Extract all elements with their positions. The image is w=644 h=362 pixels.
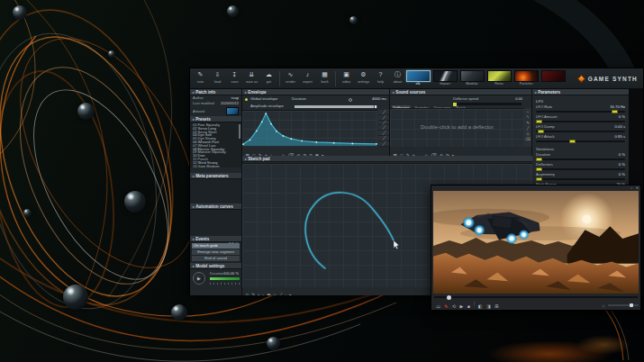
parameter-slider-handle[interactable] — [536, 158, 542, 161]
toolbar-get-button[interactable]: ☁get — [260, 69, 277, 88]
parameter-slider-handle[interactable] — [569, 140, 576, 143]
patch-info-header[interactable]: Patch info — [190, 89, 241, 95]
parameter-slider-handle[interactable] — [538, 130, 544, 133]
target-tool-icon[interactable]: ⊙ — [246, 291, 249, 295]
duration-value: 100.00 % — [223, 271, 239, 276]
model-tab-partial[interactable] — [540, 69, 567, 89]
stop-icon[interactable]: ■ — [467, 302, 470, 311]
orange-glow — [576, 335, 630, 355]
magnet-icon[interactable]: ◇ — [524, 131, 531, 136]
events-header[interactable]: Events — [190, 236, 241, 242]
toolbar-render-button[interactable]: ∿render — [282, 69, 299, 88]
env-duration-value: 4000 ms — [372, 96, 386, 101]
add-deflector-icon[interactable]: + — [524, 109, 531, 113]
envelope-graph[interactable] — [242, 110, 378, 147]
play-button[interactable]: ▶ — [193, 272, 205, 285]
amplitude-slider-handle[interactable] — [375, 105, 376, 109]
video-seek-bar[interactable] — [434, 296, 638, 298]
pencil-tool-icon[interactable]: ✎ — [252, 291, 256, 295]
model-tab-Retro[interactable]: Retro — [485, 69, 512, 89]
parameter-slider[interactable] — [536, 140, 625, 142]
parameters-header[interactable]: Parameters — [532, 89, 629, 95]
meta-parameters-header[interactable]: Meta parameters — [190, 173, 241, 179]
link-icon[interactable] — [349, 98, 352, 102]
frame-tool-icon[interactable]: ▣ — [267, 291, 270, 295]
parameter-slider[interactable] — [536, 111, 625, 113]
deflector-speed-slider[interactable] — [453, 103, 522, 105]
point-small-icon[interactable]: ▪ — [259, 291, 260, 295]
dot-tool-icon[interactable]: ◦ — [285, 291, 286, 295]
model-settings-header[interactable]: Model settings — [190, 263, 241, 269]
toolbar-button-label: render — [282, 80, 299, 84]
parameter-slider[interactable] — [536, 121, 625, 122]
toolbar-new-button[interactable]: ✎new — [192, 69, 209, 88]
erase-icon[interactable]: ⌫ — [524, 137, 531, 141]
next-frame-icon[interactable]: ⊞ — [494, 302, 498, 311]
level-fill — [210, 277, 240, 280]
deflector-speed-handle[interactable] — [453, 103, 457, 106]
video-screen[interactable] — [433, 191, 639, 294]
parameter-slider[interactable] — [536, 131, 625, 132]
deflector-canvas[interactable]: Double-click to add a deflector. — [390, 108, 525, 147]
wave-tool-icon[interactable]: ∿ — [274, 291, 277, 295]
artwork-thumbnail[interactable] — [226, 107, 239, 115]
tab-label: sfx — [404, 82, 431, 86]
toolbar-save-as-button[interactable]: ⇊save as — [243, 69, 260, 88]
parameter-slider-handle[interactable] — [536, 177, 542, 181]
slice-icon[interactable]: ╱ — [524, 126, 531, 131]
toolbar-load-button[interactable]: ⇩load — [209, 69, 226, 88]
loop-icon[interactable]: ⟲ — [452, 302, 456, 311]
amplitude-slider[interactable] — [295, 105, 377, 109]
model-tab-Particles[interactable]: Particles — [512, 69, 540, 89]
volume-handle[interactable] — [630, 303, 633, 307]
event-item[interactable]: Emerge new segment — [192, 249, 240, 255]
gamesynth-logo: GAME SYNTH — [578, 73, 638, 84]
toolbar-video-button[interactable]: ▣video — [338, 69, 355, 88]
global-envelope-toggle-icon[interactable] — [245, 98, 248, 101]
new-icon: ✎ — [192, 69, 209, 80]
play-icon[interactable]: ▶ — [459, 302, 463, 311]
line-tool-icon[interactable]: ╱ — [280, 291, 283, 295]
toolbar-export-button[interactable]: ♪export — [299, 69, 316, 88]
model-tab-sfx[interactable]: sfx — [404, 69, 431, 89]
curve-icon[interactable]: ∿ — [524, 114, 531, 119]
preset-list[interactable]: 01 Fine Squeaky02 Servo Long03 Servo Sho… — [190, 122, 241, 167]
parameter-slider[interactable] — [536, 178, 625, 180]
volume-slider[interactable] — [608, 304, 639, 306]
toolbar-help-button[interactable]: ?help — [372, 69, 389, 88]
point-open-icon[interactable]: ▫ — [262, 291, 264, 295]
parameter-slider[interactable] — [536, 168, 625, 170]
sound-sources-header[interactable]: Sound sources — [390, 89, 531, 95]
preset-scrollbar[interactable] — [239, 124, 240, 139]
parameter-slider[interactable] — [536, 158, 625, 160]
parameter-slider-handle[interactable] — [536, 167, 542, 171]
toolbar-save-button[interactable]: ↧save — [226, 69, 243, 88]
annotate-icon[interactable]: ✎ — [444, 302, 448, 311]
event-item[interactable]: End of sound — [192, 256, 240, 261]
toolbar-settings-button[interactable]: ⚙settings — [355, 69, 372, 88]
volume-icon[interactable]: ◁ — [602, 303, 604, 308]
get-icon: ☁ — [260, 69, 277, 80]
meta-parameters-body: ◂▸+ — [190, 179, 241, 204]
sketch-pad-header[interactable]: Sketch pad — [242, 156, 532, 162]
curve-preset-icon[interactable]: ╱ — [378, 141, 389, 147]
transport-bar: ▶ Duration 100.00 % — [190, 269, 241, 294]
tab-label: Particles — [512, 82, 540, 86]
level-meter[interactable] — [210, 277, 240, 280]
presets-header[interactable]: Presets — [190, 116, 241, 122]
parameter-value: 0.85 s — [615, 134, 625, 139]
play-stroke-icon[interactable]: ▸ — [289, 291, 291, 295]
pencil-icon[interactable]: ✎ — [524, 121, 531, 125]
model-tab-Modular[interactable]: Modular — [458, 69, 485, 89]
envelope-header[interactable]: Envelope — [242, 89, 389, 95]
parameter-label: Deflectors — [536, 162, 553, 167]
parameter-slider-handle[interactable] — [612, 110, 618, 113]
preset-item[interactable]: 13 Gate Medium — [190, 165, 241, 167]
current-frame-icon[interactable]: ◨ — [486, 302, 491, 311]
model-tab-Impact[interactable]: Impact — [431, 69, 458, 89]
display-mode-icon[interactable]: ▭ — [436, 302, 440, 311]
parameter-slider-handle[interactable] — [536, 120, 542, 123]
prev-frame-icon[interactable]: ◧ — [478, 302, 483, 311]
toolbar-bank-button[interactable]: ▦bank — [316, 69, 333, 88]
automation-curves-header[interactable]: Automation curves — [190, 204, 241, 210]
